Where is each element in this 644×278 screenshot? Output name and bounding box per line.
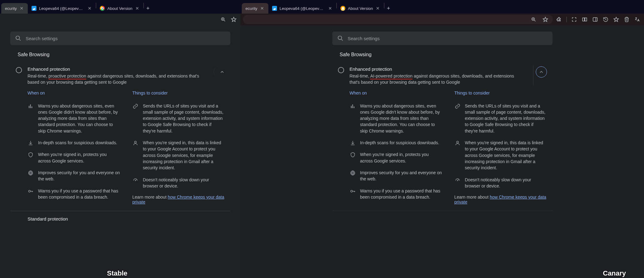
link-icon [132, 103, 139, 134]
highlighted-phrase: proactive protection [49, 74, 86, 79]
detail-item: Improves security for you and everyone o… [350, 170, 442, 182]
toolbar [0, 14, 241, 25]
new-tab-button[interactable]: + [144, 3, 152, 14]
option-description: Real-time, AI-powered protection against… [350, 73, 522, 86]
reader-icon[interactable] [580, 15, 589, 24]
things-to-consider-heading: Things to consider [454, 91, 547, 95]
settings-page: Search settings Safe Browsing Enhanced p… [241, 25, 644, 278]
svg-marker-27 [614, 17, 619, 22]
extensions-icon[interactable] [555, 15, 563, 24]
zoom-icon[interactable] [219, 15, 228, 24]
tab-security[interactable]: ecurity ✕ [242, 3, 268, 14]
toolbar [241, 14, 644, 25]
twitter-icon [32, 6, 36, 11]
highlighted-phrase: AI-powered protection [370, 74, 412, 79]
tab-about-version[interactable]: About Version ✕ [96, 3, 143, 14]
bookmark-star-icon[interactable] [612, 15, 621, 24]
when-on-column: When on Warns you about dangerous sites,… [28, 91, 120, 205]
detail-item: In-depth scans for suspicious downloads. [28, 140, 120, 146]
omnibox[interactable] [243, 15, 553, 24]
detail-item: Warns you about dangerous sites, even on… [350, 103, 442, 134]
tab-twitter[interactable]: Leopeva64 (@Leopeva64) / Twi ✕ [28, 3, 96, 14]
search-placeholder: Search settings [26, 36, 58, 41]
speed-icon [454, 177, 461, 189]
svg-point-40 [457, 141, 458, 143]
things-to-consider-column: Things to consider Sends the URLs of sit… [132, 91, 225, 205]
collapse-button[interactable] [214, 66, 225, 78]
enhanced-protection-option[interactable]: Enhanced protection Real-time, proactive… [10, 62, 230, 89]
fullscreen-icon[interactable] [570, 15, 578, 24]
close-icon[interactable]: ✕ [87, 6, 92, 11]
tab-label: ecurity [5, 6, 17, 11]
translate-icon[interactable] [633, 15, 642, 24]
enhanced-protection-option[interactable]: Enhanced protection Real-time, AI-powere… [332, 62, 552, 89]
close-icon[interactable]: ✕ [135, 6, 140, 11]
chrome-icon [100, 6, 105, 11]
svg-rect-32 [354, 106, 354, 108]
side-panel-icon[interactable] [591, 15, 599, 24]
svg-rect-25 [593, 18, 597, 21]
tab-twitter[interactable]: Leopeva64 (@Leopeva64) / Twi ✕ [268, 3, 336, 14]
detail-item: When you're signed in, protects you acro… [350, 151, 442, 164]
detail-item: Warns you if you use a password that has… [350, 188, 442, 200]
detail-item: Warns you if you use a password that has… [28, 188, 120, 200]
tab-about-version[interactable]: About Version ✕ [337, 3, 384, 14]
svg-rect-7 [29, 106, 29, 108]
svg-line-6 [19, 39, 20, 40]
detail-item: Sends the URLs of sites you visit and a … [454, 103, 547, 134]
tab-security[interactable]: ecurity ✕ [1, 3, 28, 14]
chevron-up-icon [220, 69, 225, 75]
option-title: Enhanced protection [350, 66, 522, 72]
build-label-stable: Stable [107, 269, 127, 277]
radio-unchecked[interactable] [16, 67, 22, 73]
svg-point-28 [338, 36, 342, 40]
option-description: Real-time, proactive protection against … [28, 73, 203, 86]
pane-canary: ecurity ✕ Leopeva64 (@Leopeva64) / Twi ✕… [241, 0, 644, 278]
svg-line-29 [341, 39, 343, 40]
standard-protection-option[interactable]: Standard protection [10, 211, 230, 221]
search-settings-input[interactable]: Search settings [332, 32, 552, 45]
shield-icon [350, 151, 356, 164]
bookmark-icon[interactable] [541, 15, 550, 24]
key-icon [350, 188, 356, 200]
bar-chart-icon [28, 103, 34, 134]
key-icon [28, 188, 34, 200]
shield-icon [28, 151, 34, 164]
bookmark-icon[interactable] [229, 15, 238, 24]
toolbar-divider [566, 17, 567, 22]
new-tab-button[interactable]: + [384, 3, 393, 14]
detail-item: In-depth scans for suspicious downloads. [350, 140, 442, 146]
collapse-button[interactable] [536, 66, 547, 78]
person-icon [132, 140, 139, 171]
delete-icon[interactable] [622, 15, 631, 24]
speed-icon [132, 177, 139, 189]
svg-marker-4 [232, 17, 236, 22]
close-icon[interactable]: ✕ [375, 6, 380, 11]
enhanced-protection-details: When on Warns you about dangerous sites,… [332, 89, 552, 211]
svg-rect-9 [32, 106, 32, 108]
chevron-up-icon [539, 69, 544, 75]
detail-item: When you're signed in, this data is link… [454, 140, 547, 171]
tab-strip: ecurity ✕ Leopeva64 (@Leopeva64) / Twi ✕… [0, 0, 241, 14]
search-icon [15, 35, 21, 41]
svg-point-42 [457, 180, 458, 181]
things-to-consider-heading: Things to consider [132, 91, 225, 95]
svg-rect-8 [30, 104, 31, 108]
radio-unchecked[interactable] [338, 67, 344, 73]
svg-point-17 [134, 141, 136, 143]
tab-label: Leopeva64 (@Leopeva64) / Twi [39, 6, 85, 11]
download-icon [28, 140, 34, 146]
tab-label: Leopeva64 (@Leopeva64) / Twi [279, 6, 325, 11]
when-on-column: When on Warns you about dangerous sites,… [350, 91, 442, 205]
close-icon[interactable]: ✕ [328, 6, 333, 11]
search-placeholder: Search settings [348, 36, 380, 41]
close-icon[interactable]: ✕ [260, 6, 265, 11]
svg-point-19 [135, 180, 136, 181]
globe-icon [350, 170, 356, 182]
history-icon[interactable] [601, 15, 610, 24]
close-icon[interactable]: ✕ [19, 6, 24, 11]
zoom-icon[interactable] [529, 15, 538, 24]
tab-label: ecurity [245, 6, 257, 11]
search-settings-input[interactable]: Search settings [10, 32, 230, 45]
detail-item: Sends the URLs of sites you visit and a … [132, 103, 225, 134]
